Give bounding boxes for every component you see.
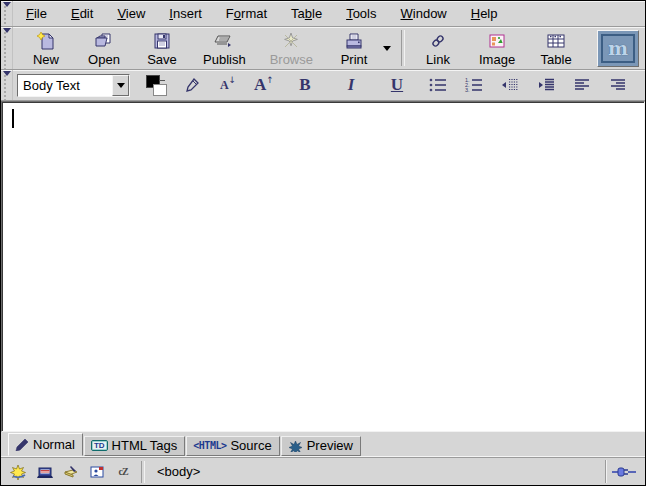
mail-component-button[interactable]	[33, 462, 57, 482]
open-button[interactable]: Open	[77, 27, 131, 70]
navigator-icon	[10, 464, 28, 480]
menu-view[interactable]: View	[108, 3, 154, 24]
tab-preview-label: Preview	[307, 438, 353, 453]
menu-help[interactable]: Help	[462, 3, 507, 24]
menu-view-label: View	[117, 6, 145, 21]
addressbook-component-button[interactable]	[85, 462, 109, 482]
outdent-icon	[500, 77, 520, 93]
new-button[interactable]: New	[19, 27, 73, 70]
structure-bar-element[interactable]: <body>	[151, 464, 206, 479]
underline-button[interactable]: U	[384, 72, 410, 98]
online-status-button[interactable]	[605, 460, 642, 483]
publish-label: Publish	[203, 52, 246, 67]
menu-edit[interactable]: Edit	[62, 3, 102, 24]
underline-letter: U	[391, 75, 403, 95]
print-label: Print	[341, 52, 368, 67]
statusbar-separator	[141, 461, 145, 483]
tab-normal[interactable]: Normal	[8, 433, 83, 456]
paragraph-style-select[interactable]: Body Text	[17, 74, 130, 97]
mozilla-logo: m	[601, 34, 635, 63]
menu-table-label: Table	[291, 6, 322, 21]
indent-icon	[536, 77, 556, 93]
background-color-swatch	[153, 84, 167, 96]
align-left-button[interactable]	[569, 72, 595, 98]
online-plug-icon	[611, 465, 637, 479]
bullet-list-icon	[428, 77, 448, 93]
composer-component-button[interactable]	[59, 462, 83, 482]
tab-html-tags-label: HTML Tags	[112, 438, 178, 453]
menubar-grippy[interactable]	[1, 1, 13, 26]
tab-html-tags[interactable]: TD HTML Tags	[84, 436, 185, 456]
menu-help-label: Help	[471, 6, 498, 21]
edit-mode-tabbar: Normal TD HTML Tags <HTML> Source Previe…	[1, 432, 645, 456]
link-button[interactable]: Link	[411, 27, 465, 70]
increase-font-size-button[interactable]: A↑	[251, 72, 277, 98]
menu-window-label: Window	[401, 6, 447, 21]
mozilla-throbber-button[interactable]: m	[597, 30, 639, 67]
formatbar-grippy[interactable]	[1, 70, 13, 100]
menu-table[interactable]: Table	[282, 3, 331, 24]
navigator-component-button[interactable]	[7, 462, 31, 482]
normal-mode-icon	[15, 438, 29, 451]
bold-button[interactable]: B	[292, 72, 318, 98]
image-icon	[486, 30, 508, 52]
color-picker-tick	[159, 80, 165, 81]
table-button[interactable]: Table	[529, 27, 583, 70]
text-caret	[12, 109, 14, 128]
outdent-button[interactable]	[497, 72, 523, 98]
menu-window[interactable]: Window	[392, 3, 456, 24]
new-page-icon	[35, 30, 57, 52]
menu-edit-label: Edit	[71, 6, 93, 21]
chatzilla-component-button[interactable]: cZ	[111, 462, 135, 482]
link-label: Link	[426, 52, 450, 67]
print-button[interactable]: Print	[327, 27, 381, 70]
composer-window: File Edit View Insert Format Table Tools…	[0, 0, 646, 486]
publish-button[interactable]: Publish	[193, 27, 256, 70]
print-dropdown-arrow[interactable]	[383, 46, 391, 51]
menu-file-label: File	[26, 6, 47, 21]
menu-file[interactable]: File	[17, 3, 56, 24]
menu-insert[interactable]: Insert	[160, 3, 211, 24]
bullet-list-button[interactable]	[425, 72, 451, 98]
highlight-color-button[interactable]	[179, 72, 205, 98]
link-icon	[427, 30, 449, 52]
tab-source[interactable]: <HTML> Source	[186, 436, 279, 456]
increase-font-arrow-icon: ↑	[266, 75, 274, 85]
preview-icon	[288, 440, 303, 452]
new-label: New	[33, 52, 59, 67]
image-button[interactable]: Image	[469, 27, 525, 70]
save-button[interactable]: Save	[135, 27, 189, 70]
text-color-picker[interactable]	[146, 75, 168, 95]
html-source-icon: <HTML>	[193, 440, 226, 451]
browse-button[interactable]: Browse	[260, 27, 323, 70]
open-folder-icon	[93, 30, 115, 52]
document-edit-area[interactable]	[1, 101, 645, 432]
save-disk-icon	[151, 30, 173, 52]
tab-preview[interactable]: Preview	[281, 436, 361, 456]
paragraph-style-value: Body Text	[18, 75, 112, 96]
html-tags-icon: TD	[91, 440, 108, 451]
format-toolbar: Body Text A↓ A↑ B I U	[1, 70, 645, 101]
menu-format-label: Format	[226, 6, 267, 21]
paragraph-style-dropdown-button[interactable]	[112, 75, 129, 96]
composer-icon	[62, 464, 80, 480]
italic-button[interactable]: I	[338, 72, 364, 98]
menu-bar: File Edit View Insert Format Table Tools…	[1, 1, 645, 27]
indent-button[interactable]	[533, 72, 559, 98]
numbered-list-button[interactable]: 1. 2. 3.	[461, 72, 487, 98]
tab-source-label: Source	[230, 438, 271, 453]
menu-format[interactable]: Format	[217, 3, 276, 24]
status-bar: cZ <body>	[1, 456, 645, 486]
svg-text:3.: 3.	[465, 87, 470, 93]
mail-icon	[36, 464, 54, 480]
save-label: Save	[147, 52, 177, 67]
addressbook-icon	[88, 464, 106, 480]
increase-font-letter: A	[254, 75, 266, 95]
highlight-pen-icon	[183, 76, 201, 94]
toolbar-grippy[interactable]	[1, 27, 13, 69]
decrease-font-size-button[interactable]: A↓	[215, 72, 241, 98]
menu-tools[interactable]: Tools	[337, 3, 385, 24]
browse-icon	[280, 30, 302, 52]
align-right-button[interactable]	[605, 72, 631, 98]
align-right-icon	[608, 77, 628, 93]
